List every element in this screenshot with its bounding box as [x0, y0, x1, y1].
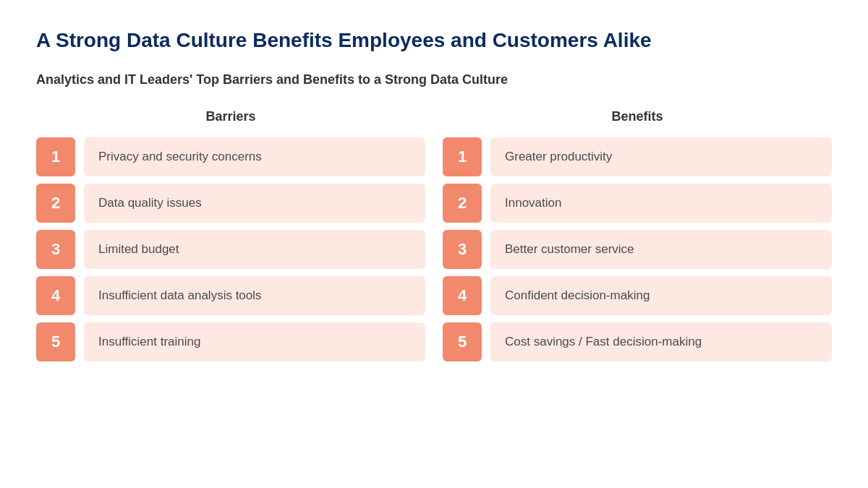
barriers-list: 1 Privacy and security concerns 2 Data q… [36, 137, 425, 361]
barrier-label-2: Data quality issues [84, 184, 425, 223]
benefit-label-4: Confident decision-making [490, 276, 832, 315]
barrier-badge-5: 5 [36, 322, 75, 361]
main-title: A Strong Data Culture Benefits Employees… [36, 29, 832, 52]
list-item: 2 Data quality issues [36, 184, 425, 223]
benefit-label-5: Cost savings / Fast decision-making [490, 322, 832, 361]
list-item: 2 Innovation [443, 184, 832, 223]
barrier-badge-2: 2 [36, 184, 75, 223]
benefits-header: Benefits [443, 109, 832, 124]
barrier-badge-1: 1 [36, 137, 75, 176]
benefits-list: 1 Greater productivity 2 Innovation 3 Be… [443, 137, 832, 361]
list-item: 5 Cost savings / Fast decision-making [443, 322, 832, 361]
benefits-column: Benefits 1 Greater productivity 2 Innova… [443, 109, 832, 361]
columns-wrapper: Barriers 1 Privacy and security concerns… [36, 109, 832, 361]
barriers-column: Barriers 1 Privacy and security concerns… [36, 109, 425, 361]
benefit-label-2: Innovation [490, 184, 832, 223]
subtitle: Analytics and IT Leaders' Top Barriers a… [36, 72, 832, 87]
barrier-label-5: Insufficient training [84, 322, 425, 361]
list-item: 3 Better customer service [443, 230, 832, 269]
benefit-label-3: Better customer service [490, 230, 832, 269]
list-item: 4 Insufficient data analysis tools [36, 276, 425, 315]
benefit-badge-2: 2 [443, 184, 482, 223]
benefit-label-1: Greater productivity [490, 137, 832, 176]
page-container: A Strong Data Culture Benefits Employees… [36, 29, 832, 361]
benefit-badge-5: 5 [443, 322, 482, 361]
benefit-badge-3: 3 [443, 230, 482, 269]
list-item: 5 Insufficient training [36, 322, 425, 361]
barrier-badge-3: 3 [36, 230, 75, 269]
benefit-badge-4: 4 [443, 276, 482, 315]
benefit-badge-1: 1 [443, 137, 482, 176]
list-item: 4 Confident decision-making [443, 276, 832, 315]
barrier-label-3: Limited budget [84, 230, 425, 269]
list-item: 1 Greater productivity [443, 137, 832, 176]
list-item: 3 Limited budget [36, 230, 425, 269]
barrier-badge-4: 4 [36, 276, 75, 315]
barriers-header: Barriers [36, 109, 425, 124]
list-item: 1 Privacy and security concerns [36, 137, 425, 176]
barrier-label-4: Insufficient data analysis tools [84, 276, 425, 315]
barrier-label-1: Privacy and security concerns [84, 137, 425, 176]
